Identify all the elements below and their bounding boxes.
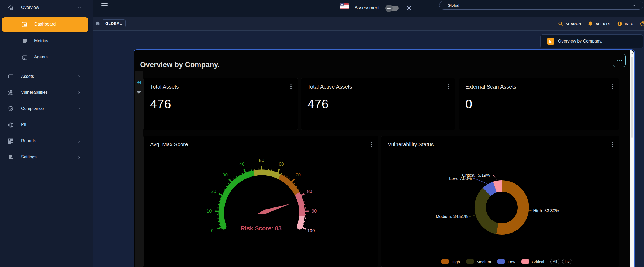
donut-slice-low[interactable]: [487, 187, 495, 192]
chart-title: Avg. Max Score: [150, 141, 188, 148]
stat-card-total-assets: Total Assets 476: [143, 78, 298, 130]
sidebar-item-overview[interactable]: Overview: [0, 2, 93, 14]
sidebar: Overview Dashboard Metrics: [0, 0, 93, 267]
sidebar-item-settings[interactable]: Settings: [0, 151, 93, 163]
legend-label: Low: [508, 259, 515, 264]
stat-label: Total Active Assets: [307, 84, 352, 90]
gauge-tick-label: 10: [207, 209, 212, 214]
sidebar-item-agents[interactable]: Agents: [0, 51, 93, 63]
sidebar-item-label: Assets: [21, 74, 34, 79]
panel-menu-button[interactable]: [613, 54, 626, 67]
help-icon: [640, 21, 644, 27]
chevron-right-icon: [77, 155, 81, 159]
sidebar-item-metrics[interactable]: Metrics: [0, 35, 93, 47]
info-button[interactable]: INFO: [617, 21, 634, 27]
gauge-tick-label: 40: [239, 162, 244, 167]
stat-card-total-active-assets: Total Active Assets 476: [301, 78, 455, 130]
sun-icon[interactable]: [406, 5, 413, 12]
legend-label: Critical: [532, 259, 544, 264]
bell-icon: [587, 21, 593, 27]
region-select[interactable]: Global: [439, 1, 643, 10]
legend-button-all[interactable]: All: [550, 259, 560, 264]
legend-item-low[interactable]: Low: [497, 259, 515, 264]
info-icon: [617, 21, 623, 27]
chevron-down-icon: [77, 6, 81, 10]
search-icon: [558, 21, 563, 27]
gauge-tick-label: 20: [211, 189, 216, 194]
donut-label-critical: Critical: 5.19%: [462, 173, 490, 178]
globe-icon: [8, 122, 14, 128]
scrollbar-thumb[interactable]: [631, 57, 633, 138]
sidebar-item-compliance[interactable]: Compliance: [0, 103, 93, 115]
menu-icon[interactable]: [101, 3, 108, 8]
cast-icon: [22, 54, 28, 61]
risk-score-label: Risk Score: 83: [221, 225, 302, 232]
gauge-tick-label: 70: [296, 172, 301, 178]
assessment-label: Assessment: [355, 5, 380, 11]
gauge-tick-label: 100: [307, 228, 315, 233]
vulnerability-status-card: Vulnerability Status High: 53.30%Medium:…: [381, 136, 619, 267]
sidebar-item-pii[interactable]: PII: [0, 119, 93, 131]
sidebar-item-label: Metrics: [34, 39, 48, 43]
search-button[interactable]: SEARCH: [558, 21, 581, 27]
legend-item-high[interactable]: High: [441, 259, 460, 264]
donut-slice-critical[interactable]: [495, 186, 502, 187]
sidebar-item-label: Dashboard: [34, 22, 56, 27]
widget-selector[interactable]: Overview by Company.: [540, 34, 643, 48]
sidebar-item-label: Overview: [21, 5, 39, 10]
shield-check-icon: [8, 106, 14, 112]
assessment-toggle[interactable]: [386, 6, 399, 11]
chart-legend: HighMediumLowCriticalAllInv: [441, 259, 575, 264]
shield-user-icon: [8, 154, 14, 161]
legend-item-critical[interactable]: Critical: [521, 259, 544, 264]
toggle-knob: [385, 5, 393, 12]
collapse-panel-icon[interactable]: [136, 80, 141, 85]
help-button[interactable]: HELP: [640, 21, 644, 27]
breadcrumb[interactable]: GLOBAL: [102, 19, 126, 27]
sidebar-item-dashboard[interactable]: Dashboard: [2, 17, 88, 32]
avg-max-score-card: Avg. Max Score 0102030405060708090100 Ri…: [143, 136, 378, 267]
donut-slice-high[interactable]: [497, 186, 523, 229]
legend-button-inv[interactable]: Inv: [562, 259, 572, 264]
kebab-menu-icon[interactable]: [610, 141, 615, 148]
kebab-menu-icon[interactable]: [289, 83, 293, 90]
gauge-tick-label: 80: [307, 189, 312, 194]
kebab-menu-icon[interactable]: [610, 83, 615, 90]
legend-item-medium[interactable]: Medium: [466, 259, 491, 264]
sidebar-item-label: Agents: [34, 55, 48, 60]
alerts-button[interactable]: ALERTS: [587, 21, 610, 27]
chart-title: Vulnerability Status: [388, 141, 434, 148]
stat-value: 476: [307, 97, 328, 111]
kebab-menu-icon[interactable]: [446, 83, 451, 90]
donut-slice-medium[interactable]: [480, 192, 497, 228]
sidebar-item-reports[interactable]: Reports: [0, 135, 93, 147]
kebab-menu-icon[interactable]: [369, 141, 374, 148]
us-flag-icon[interactable]: [340, 3, 349, 9]
tool-strip: [135, 71, 143, 267]
sidebar-item-assets[interactable]: Assets: [0, 71, 93, 83]
dashboard-chart-icon: [21, 21, 27, 28]
sidebar-item-vulnerabilities[interactable]: Vulnerabilities: [0, 87, 93, 99]
panel-scrollbar[interactable]: [630, 50, 634, 267]
filter-icon[interactable]: [136, 90, 141, 95]
shield-icon: [22, 38, 28, 44]
home-icon: [8, 5, 14, 11]
sidebar-item-label: Vulnerabilities: [21, 90, 48, 95]
gauge-tick-label: 60: [279, 162, 284, 167]
donut-label-high: High: 53.30%: [533, 209, 559, 213]
region-select-value: Global: [448, 3, 459, 8]
chevron-right-icon: [77, 91, 81, 95]
legend-label: Medium: [477, 259, 491, 264]
widget-selector-label: Overview by Company.: [558, 39, 602, 44]
chevron-right-icon: [77, 75, 81, 79]
home-icon[interactable]: [95, 20, 101, 26]
gauge-tick-label: 50: [259, 158, 264, 163]
stat-value: 476: [150, 97, 171, 111]
legend-swatch: [466, 259, 474, 264]
top-bar: Assessment Global: [93, 0, 644, 17]
action-bar: SEARCH ALERTS: [558, 17, 644, 30]
breadcrumb-bar: GLOBAL SEARCH ALERTS: [93, 17, 644, 31]
grid-plus-icon: [8, 138, 14, 144]
gauge-tick-label: 90: [311, 209, 317, 214]
scroll-up-arrow[interactable]: [631, 53, 633, 54]
